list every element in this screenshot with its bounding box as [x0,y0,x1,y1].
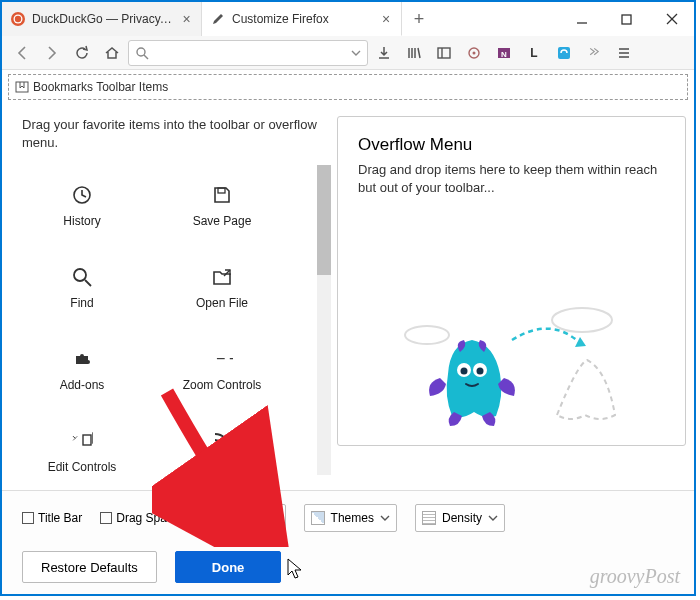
rss-icon [211,430,233,452]
item-open-file[interactable]: Open File [162,247,282,329]
window-maximize-button[interactable] [604,2,649,36]
history-icon [71,184,93,206]
item-label: Open File [196,296,248,310]
save-icon [211,184,233,206]
svg-point-36 [476,368,483,375]
dragspace-checkbox[interactable]: Drag Space [100,511,179,525]
downloads-button[interactable] [370,39,398,67]
watermark: groovyPost [590,565,680,588]
chevron-down-icon [488,513,498,523]
menu-button[interactable] [610,39,638,67]
item-addons[interactable]: Add-ons [22,329,142,411]
bookmarks-label: Bookmarks Toolbar Items [33,80,168,94]
item-zoom-controls[interactable]: −+Zoom Controls [162,329,282,411]
svg-text:+: + [229,350,233,367]
item-label: Subscribe [195,460,248,474]
chevron-down-icon[interactable] [351,44,361,62]
url-bar[interactable] [128,40,368,66]
sidebar-button[interactable] [430,39,458,67]
new-tab-button[interactable]: + [402,2,436,36]
done-button[interactable]: Done [175,551,282,583]
svg-point-31 [552,308,612,332]
svg-point-2 [15,16,21,22]
density-dropdown[interactable]: Density [415,504,505,532]
svg-text:−: − [216,350,225,367]
themes-dropdown[interactable]: Themes [304,504,397,532]
tab-customize[interactable]: Customize Firefox × [202,2,402,36]
svg-point-32 [405,326,449,344]
overflow-hint: Drag and drop items here to keep them wi… [358,161,665,197]
bookmarks-toolbar-dropzone[interactable]: Bookmarks Toolbar Items [8,74,688,100]
edit-icon [71,430,93,452]
svg-text:N: N [501,50,507,59]
svg-point-30 [215,444,219,448]
svg-rect-9 [438,48,450,58]
item-label: Edit Controls [48,460,117,474]
scrollbar-thumb[interactable] [317,165,331,275]
scrollbar[interactable] [317,165,331,475]
customize-items-grid: HistorySave PageFindOpen FileAdd-ons−+Zo… [22,165,327,493]
svg-rect-4 [622,15,631,24]
close-tab-icon[interactable]: × [180,12,193,26]
item-history[interactable]: History [22,165,142,247]
window-close-button[interactable] [649,2,694,36]
reload-button[interactable] [68,39,96,67]
svg-point-35 [460,368,467,375]
chevron-down-icon [380,513,390,523]
overflow-title: Overflow Menu [358,135,665,155]
forward-button[interactable] [38,39,66,67]
tab-strip: DuckDuckGo — Privacy, sim × Customize Fi… [2,2,694,36]
onenote-icon[interactable]: N [490,39,518,67]
tab-label: Customize Firefox [232,12,373,26]
svg-rect-19 [16,82,28,92]
bookmarks-icon [15,80,29,94]
item-save-page[interactable]: Save Page [162,165,282,247]
cursor-icon [287,558,303,580]
zoom-icon: −+ [211,348,233,370]
svg-point-22 [74,269,86,281]
brush-icon [210,11,226,27]
lastpass-icon[interactable]: L [520,39,548,67]
extension-icon[interactable] [460,39,488,67]
item-edit-controls[interactable]: Edit Controls [22,411,142,493]
library-button[interactable] [400,39,428,67]
theme-swatch-icon [311,511,325,525]
search-icon [71,266,93,288]
duckduckgo-icon [10,11,26,27]
tab-duckduckgo[interactable]: DuckDuckGo — Privacy, sim × [2,2,202,36]
svg-line-8 [144,55,148,59]
svg-rect-27 [83,435,91,445]
item-label: History [63,214,100,228]
open-icon [211,266,233,288]
nav-toolbar: N L [2,36,694,70]
close-tab-icon[interactable]: × [379,12,393,26]
titlebar-checkbox[interactable]: Title Bar [22,511,82,525]
overflow-illustration [338,285,685,435]
density-icon [422,511,436,525]
overflow-menu-panel[interactable]: Overflow Menu Drag and drop items here t… [337,116,686,446]
restore-defaults-button[interactable]: Restore Defaults [22,551,157,583]
home-button[interactable] [98,39,126,67]
extension-icon-2[interactable] [550,39,578,67]
instructions-text: Drag your favorite items into the toolba… [22,116,327,151]
chevron-down-icon [239,513,249,523]
puzzle-icon [71,348,93,370]
overflow-button[interactable] [580,39,608,67]
item-label: Zoom Controls [183,378,262,392]
tab-label: DuckDuckGo — Privacy, sim [32,12,174,26]
search-icon [135,46,149,60]
item-find[interactable]: Find [22,247,142,329]
svg-rect-15 [558,47,570,59]
item-label: Add-ons [60,378,105,392]
back-button[interactable] [8,39,36,67]
svg-line-24 [224,270,230,276]
item-label: Find [70,296,93,310]
item-label: Save Page [193,214,252,228]
svg-point-7 [137,48,145,56]
window-minimize-button[interactable] [559,2,604,36]
item-subscribe[interactable]: Subscribe [162,411,282,493]
svg-line-23 [85,280,91,286]
svg-point-12 [473,51,476,54]
toolbars-dropdown[interactable]: bars [198,504,286,532]
